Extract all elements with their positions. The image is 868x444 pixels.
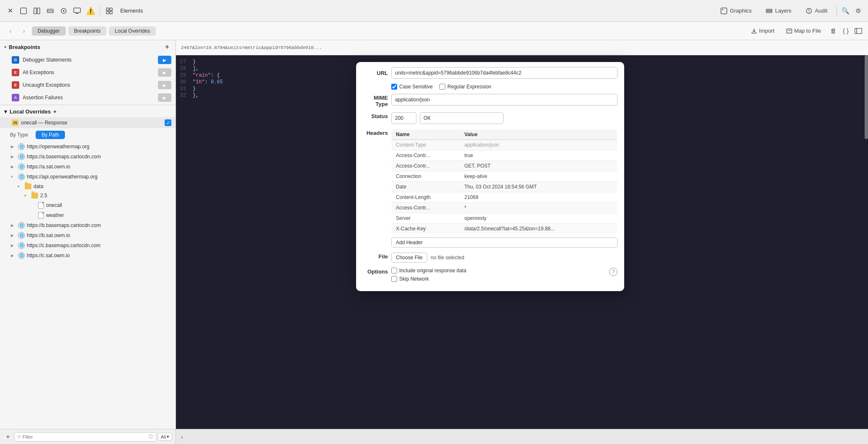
status-text-input[interactable] bbox=[420, 112, 504, 124]
filter-info-icon[interactable]: ⓘ bbox=[149, 434, 153, 440]
tab-audit[interactable]: Audit bbox=[799, 5, 834, 17]
tree-item-weather[interactable]: weather bbox=[0, 210, 176, 220]
map-to-file-label: Map to File bbox=[794, 28, 821, 34]
add-header-button[interactable]: Add Header bbox=[391, 237, 617, 248]
window-icon-3[interactable] bbox=[44, 5, 56, 17]
tree-item-onecall[interactable]: onecall bbox=[0, 200, 176, 210]
tree-item-basemaps-b[interactable]: ▶ 🌐 https://b.basemaps.cartocdn.com bbox=[0, 220, 176, 230]
tree-item-data-folder[interactable]: ▾ data bbox=[0, 182, 176, 191]
include-original-label[interactable]: Include original response data bbox=[391, 268, 466, 274]
choose-file-label: Choose File bbox=[396, 255, 423, 261]
tab-breakpoints[interactable]: Breakpoints bbox=[68, 26, 106, 36]
uncaught-toggle[interactable] bbox=[158, 81, 171, 89]
regex-label[interactable]: Regular Expression bbox=[439, 84, 491, 90]
bottom-add-button[interactable]: + bbox=[3, 432, 13, 441]
tab-layers[interactable]: Layers bbox=[759, 5, 798, 17]
section-divider-1 bbox=[0, 105, 176, 105]
trash-icon[interactable]: 🗑 bbox=[829, 26, 838, 36]
breakpoint-uncaught[interactable]: E Uncaught Exceptions bbox=[0, 79, 176, 91]
tree-item-openweathermap[interactable]: ▶ 🌐 https://openweathermap.org bbox=[0, 142, 176, 152]
filter-tabs: By Type By Path bbox=[0, 128, 176, 142]
tab-local-overrides[interactable]: Local Overrides bbox=[109, 26, 156, 36]
nav-prev[interactable]: ‹ bbox=[5, 26, 16, 36]
header-row-date[interactable]: Date Thu, 03 Oct 2024 18:54:56 GMT bbox=[392, 182, 617, 192]
status-code-input[interactable] bbox=[391, 112, 416, 124]
header-row-access-contr-3[interactable]: Access-Contr... * bbox=[392, 203, 617, 213]
override-item[interactable]: JS onecall — Response bbox=[0, 117, 176, 128]
breakpoint-all-exceptions-label: All Exceptions bbox=[23, 70, 54, 75]
tree-item-api-openweather[interactable]: ▾ 🌐 https://api.openweathermap.org bbox=[0, 172, 176, 182]
header-row-content-type[interactable]: Content-Type application/json bbox=[392, 140, 617, 150]
local-overrides-header[interactable]: ▾ Local Overrides + bbox=[0, 106, 176, 117]
terminal-arrow[interactable]: › bbox=[181, 434, 183, 440]
header-row-server[interactable]: Server openresty bbox=[392, 213, 617, 224]
top-toolbar: ✕ ⚠️ bbox=[0, 0, 868, 22]
sidebar-icon[interactable] bbox=[854, 26, 863, 36]
cursor-icon[interactable] bbox=[58, 5, 70, 17]
include-original-checkbox[interactable] bbox=[391, 268, 397, 274]
url-input[interactable] bbox=[391, 67, 617, 79]
warning-icon[interactable]: ⚠️ bbox=[85, 5, 96, 17]
code-icon[interactable]: { } bbox=[841, 26, 850, 36]
breakpoints-add-button[interactable]: + bbox=[163, 43, 171, 51]
breakpoint-assertion[interactable]: A Assertion Failures bbox=[0, 91, 176, 104]
header-name-access-3: Access-Contr... bbox=[392, 203, 460, 213]
assertion-toggle[interactable] bbox=[158, 93, 171, 102]
modal-options-bottom-row: Options Include original response data S… bbox=[356, 265, 624, 284]
close-button[interactable]: ✕ bbox=[4, 5, 16, 17]
filter-input[interactable] bbox=[23, 434, 147, 439]
tree-item-25-folder[interactable]: ▾ 2.5 bbox=[0, 191, 176, 200]
tree-item-basemaps-c[interactable]: ▶ 🌐 https://c.basemaps.cartocdn.com bbox=[0, 240, 176, 250]
window-icon-2[interactable] bbox=[31, 5, 43, 17]
tree-item-sat-b[interactable]: ▶ 🌐 https://b.sat.owm.io bbox=[0, 230, 176, 240]
globe-icon: 🌐 bbox=[18, 222, 25, 229]
nav-next[interactable]: › bbox=[18, 26, 29, 36]
tree-item-basemaps-a[interactable]: ▶ 🌐 https://a.basemaps.cartocdn.com bbox=[0, 152, 176, 162]
case-sensitive-checkbox[interactable] bbox=[391, 84, 397, 90]
header-row-access-contr-1[interactable]: Access-Contr... true bbox=[392, 150, 617, 161]
file-label: File bbox=[363, 253, 388, 260]
elements-button[interactable]: Elements bbox=[117, 6, 146, 15]
filter-tab-by-type[interactable]: By Type bbox=[4, 131, 34, 139]
window-icon-1[interactable] bbox=[18, 5, 29, 17]
filter-tab-by-path[interactable]: By Path bbox=[36, 131, 65, 139]
local-overrides-label: Local Overrides bbox=[10, 108, 51, 115]
header-row-access-contr-2[interactable]: Access-Contr... GET, POST bbox=[392, 161, 617, 171]
all-dropdown[interactable]: All ▾ bbox=[158, 433, 172, 441]
case-sensitive-label[interactable]: Case Sensitive bbox=[391, 84, 433, 90]
tab-graphics[interactable]: Graphics bbox=[714, 5, 758, 17]
gear-icon[interactable]: ⚙ bbox=[852, 5, 864, 17]
header-row-x-cache-key[interactable]: X-Cache-Key /data/2.5/onecall?lat=45.25&… bbox=[392, 224, 617, 234]
breakpoints-section-header[interactable]: ▾ Breakpoints + bbox=[0, 40, 176, 54]
regex-checkbox[interactable] bbox=[439, 84, 445, 90]
all-exceptions-toggle[interactable] bbox=[158, 68, 171, 77]
breakpoint-debugger[interactable]: D Debugger Statements bbox=[0, 54, 176, 66]
map-to-file-button[interactable]: Map to File bbox=[782, 26, 825, 36]
tab-debugger[interactable]: Debugger bbox=[32, 26, 66, 36]
monitor-icon[interactable] bbox=[71, 5, 83, 17]
search-icon[interactable]: 🔍 bbox=[840, 5, 851, 17]
debugger-toggle[interactable] bbox=[158, 56, 171, 64]
choose-file-button[interactable]: Choose File bbox=[391, 253, 427, 263]
globe-icon: 🌐 bbox=[18, 242, 25, 249]
tree-section: ▶ 🌐 https://openweathermap.org ▶ 🌐 https… bbox=[0, 142, 176, 429]
right-scrollbar[interactable] bbox=[865, 55, 868, 139]
elements-icon[interactable] bbox=[103, 5, 115, 17]
svg-rect-21 bbox=[787, 29, 792, 33]
skip-network-checkbox[interactable] bbox=[391, 276, 397, 282]
elements-label: Elements bbox=[120, 8, 143, 14]
globe-icon: 🌐 bbox=[18, 163, 25, 170]
tree-item-sat-c[interactable]: ▶ 🌐 https://c.sat.owm.io bbox=[0, 250, 176, 261]
override-checkbox[interactable] bbox=[165, 119, 171, 126]
local-overrides-add-button[interactable]: + bbox=[53, 108, 57, 115]
skip-network-label[interactable]: Skip Network bbox=[391, 276, 466, 282]
breakpoint-all-exceptions[interactable]: E All Exceptions bbox=[0, 66, 176, 79]
mime-type-input[interactable] bbox=[391, 94, 617, 106]
svg-rect-13 bbox=[110, 11, 112, 14]
case-sensitive-text: Case Sensitive bbox=[399, 84, 433, 90]
import-button[interactable]: Import bbox=[747, 26, 779, 36]
tree-item-sat-a[interactable]: ▶ 🌐 https://a.sat.owm.io bbox=[0, 162, 176, 172]
help-circle-icon[interactable]: ? bbox=[609, 268, 617, 276]
header-row-content-length[interactable]: Content-Length 21068 bbox=[392, 192, 617, 203]
header-row-connection[interactable]: Connection keep-alive bbox=[392, 171, 617, 182]
